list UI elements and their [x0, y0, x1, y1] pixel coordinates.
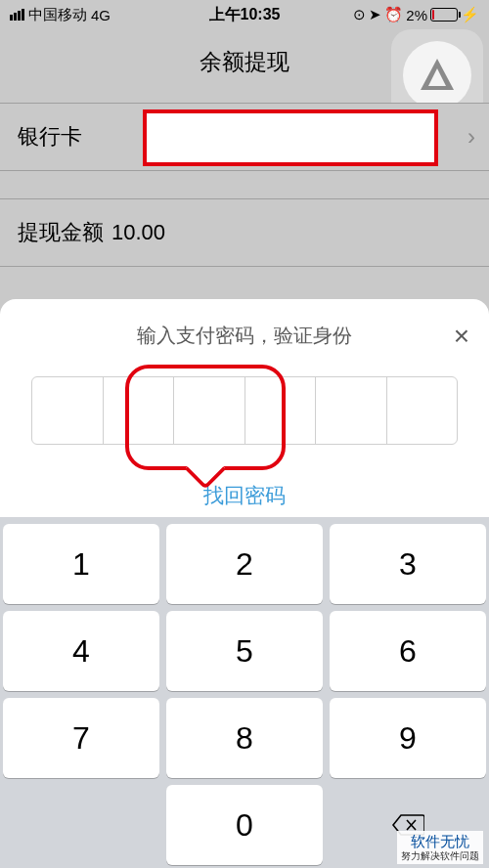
pwd-cell-2 — [104, 377, 175, 444]
battery-icon — [430, 8, 458, 22]
key-4[interactable]: 4 — [3, 611, 159, 691]
recover-password-link[interactable]: 找回密码 — [0, 482, 489, 509]
key-1[interactable]: 1 — [3, 524, 159, 604]
password-input[interactable] — [31, 376, 458, 445]
close-button[interactable]: × — [454, 321, 469, 352]
bankcard-row[interactable]: 银行卡 › — [0, 103, 489, 171]
location-icon: ➤ — [369, 6, 381, 23]
bankcard-highlight-annotation — [143, 109, 438, 166]
key-9[interactable]: 9 — [330, 698, 486, 778]
pwd-cell-3 — [174, 377, 245, 444]
watermark: 软件无忧 努力解决软件问题 — [397, 831, 483, 864]
modal-title: 输入支付密码，验证身份 — [0, 323, 489, 349]
key-6[interactable]: 6 — [330, 611, 486, 691]
network-type: 4G — [91, 7, 111, 23]
status-time: 上午10:35 — [209, 5, 281, 25]
pwd-cell-4 — [245, 377, 317, 444]
chevron-right-icon: › — [467, 123, 475, 151]
key-2[interactable]: 2 — [166, 524, 323, 604]
key-empty — [3, 785, 159, 865]
numeric-keypad: 1 2 3 4 5 6 7 8 9 0 — [0, 517, 489, 868]
status-left: 中国移动 4G — [10, 6, 111, 24]
lock-icon: ⊙ — [353, 6, 366, 23]
key-7[interactable]: 7 — [3, 698, 159, 778]
app-logo-icon — [403, 41, 471, 109]
key-5[interactable]: 5 — [166, 611, 323, 691]
password-modal: 输入支付密码，验证身份 × 找回密码 1 2 3 4 5 6 7 8 9 0 — [0, 299, 489, 868]
pwd-cell-5 — [316, 377, 387, 444]
key-8[interactable]: 8 — [166, 698, 323, 778]
status-right: ⊙ ➤ ⏰ 2% ⚡ — [353, 6, 479, 23]
charging-icon: ⚡ — [461, 6, 479, 23]
carrier-name: 中国移动 — [28, 6, 87, 24]
key-3[interactable]: 3 — [330, 524, 486, 604]
watermark-line1: 软件无忧 — [401, 833, 479, 850]
amount-label: 提现金额 — [18, 218, 111, 247]
bankcard-label: 银行卡 — [18, 122, 111, 152]
battery-pct: 2% — [406, 7, 427, 23]
amount-row[interactable]: 提现金额 10.00 — [0, 198, 489, 267]
amount-value: 10.00 — [111, 220, 165, 245]
pwd-cell-1 — [32, 377, 104, 444]
signal-icon — [10, 9, 24, 21]
pwd-cell-6 — [387, 377, 458, 444]
alarm-icon: ⏰ — [384, 6, 403, 23]
key-0[interactable]: 0 — [166, 785, 323, 865]
watermark-line2: 努力解决软件问题 — [401, 850, 479, 862]
status-bar: 中国移动 4G 上午10:35 ⊙ ➤ ⏰ 2% ⚡ — [0, 0, 489, 29]
